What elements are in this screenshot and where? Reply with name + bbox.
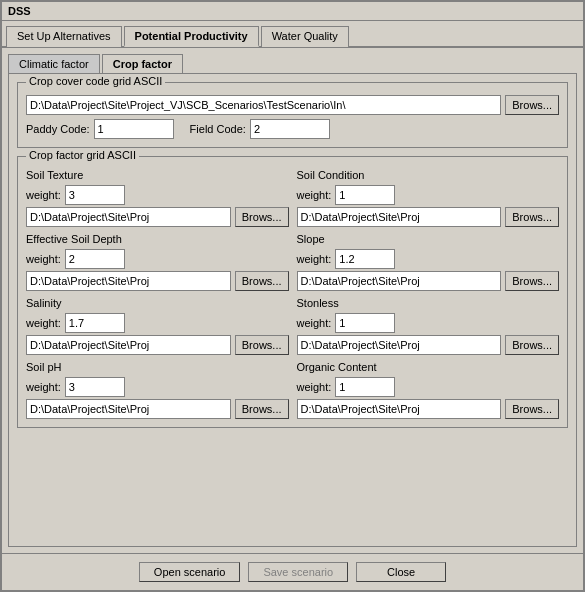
factor-soil-condition: Soil Condition weight: Brows... bbox=[297, 169, 560, 227]
crop-cover-group: Crop cover code grid ASCII Brows... Padd… bbox=[17, 82, 568, 148]
tab-set-up-alternatives[interactable]: Set Up Alternatives bbox=[6, 26, 122, 47]
window-title: DSS bbox=[8, 5, 31, 17]
tab-crop-factor[interactable]: Crop factor bbox=[102, 54, 183, 73]
open-scenario-button[interactable]: Open scenario bbox=[139, 562, 241, 582]
soil-texture-title: Soil Texture bbox=[26, 169, 289, 181]
crop-cover-path-input[interactable] bbox=[26, 95, 501, 115]
factor-stonless: Stonless weight: Brows... bbox=[297, 297, 560, 355]
soil-texture-path-input[interactable] bbox=[26, 207, 231, 227]
factor-effective-soil-depth: Effective Soil Depth weight: Brows... bbox=[26, 233, 289, 291]
paddy-code-input[interactable] bbox=[94, 119, 174, 139]
main-window: DSS Set Up Alternatives Potential Produc… bbox=[0, 0, 585, 592]
soil-texture-browse-button[interactable]: Brows... bbox=[235, 207, 289, 227]
salinity-path-input[interactable] bbox=[26, 335, 231, 355]
soil-condition-weight-input[interactable] bbox=[335, 185, 395, 205]
slope-browse-button[interactable]: Brows... bbox=[505, 271, 559, 291]
factor-soil-texture: Soil Texture weight: Brows... bbox=[26, 169, 289, 227]
tab-water-quality[interactable]: Water Quality bbox=[261, 26, 349, 47]
content-area: Crop cover code grid ASCII Brows... Padd… bbox=[8, 73, 577, 547]
footer: Open scenario Save scenario Close bbox=[2, 553, 583, 590]
factor-organic-content: Organic Content weight: Brows... bbox=[297, 361, 560, 419]
effective-soil-depth-title: Effective Soil Depth bbox=[26, 233, 289, 245]
salinity-browse-button[interactable]: Brows... bbox=[235, 335, 289, 355]
slope-title: Slope bbox=[297, 233, 560, 245]
soil-condition-title: Soil Condition bbox=[297, 169, 560, 181]
organic-content-weight-input[interactable] bbox=[335, 377, 395, 397]
factor-salinity: Salinity weight: Brows... bbox=[26, 297, 289, 355]
stonless-title: Stonless bbox=[297, 297, 560, 309]
field-code-label: Field Code: bbox=[190, 123, 246, 135]
stonless-path-input[interactable] bbox=[297, 335, 502, 355]
soil-ph-weight-input[interactable] bbox=[65, 377, 125, 397]
factor-slope: Slope weight: Brows... bbox=[297, 233, 560, 291]
field-code-input[interactable] bbox=[250, 119, 330, 139]
soil-condition-browse-button[interactable]: Brows... bbox=[505, 207, 559, 227]
soil-ph-title: Soil pH bbox=[26, 361, 289, 373]
soil-texture-weight-input[interactable] bbox=[65, 185, 125, 205]
paddy-code-label: Paddy Code: bbox=[26, 123, 90, 135]
factor-soil-ph: Soil pH weight: Brows... bbox=[26, 361, 289, 419]
crop-factor-group: Crop factor grid ASCII Soil Texture weig… bbox=[17, 156, 568, 428]
title-bar: DSS bbox=[2, 2, 583, 21]
salinity-weight-input[interactable] bbox=[65, 313, 125, 333]
close-button[interactable]: Close bbox=[356, 562, 446, 582]
outer-tab-bar: Set Up Alternatives Potential Productivi… bbox=[2, 21, 583, 48]
save-scenario-button[interactable]: Save scenario bbox=[248, 562, 348, 582]
effective-soil-depth-browse-button[interactable]: Brows... bbox=[235, 271, 289, 291]
salinity-title: Salinity bbox=[26, 297, 289, 309]
soil-ph-path-input[interactable] bbox=[26, 399, 231, 419]
tab-climatic-factor[interactable]: Climatic factor bbox=[8, 54, 100, 73]
slope-weight-input[interactable] bbox=[335, 249, 395, 269]
stonless-weight-input[interactable] bbox=[335, 313, 395, 333]
tab-potential-productivity[interactable]: Potential Productivity bbox=[124, 26, 259, 47]
organic-content-browse-button[interactable]: Brows... bbox=[505, 399, 559, 419]
slope-path-input[interactable] bbox=[297, 271, 502, 291]
organic-content-title: Organic Content bbox=[297, 361, 560, 373]
crop-factor-group-label: Crop factor grid ASCII bbox=[26, 149, 139, 161]
crop-cover-group-label: Crop cover code grid ASCII bbox=[26, 75, 165, 87]
soil-condition-path-input[interactable] bbox=[297, 207, 502, 227]
stonless-browse-button[interactable]: Brows... bbox=[505, 335, 559, 355]
main-content: Climatic factor Crop factor Crop cover c… bbox=[2, 48, 583, 553]
inner-tab-bar: Climatic factor Crop factor bbox=[8, 54, 577, 73]
effective-soil-depth-path-input[interactable] bbox=[26, 271, 231, 291]
organic-content-path-input[interactable] bbox=[297, 399, 502, 419]
effective-soil-depth-weight-input[interactable] bbox=[65, 249, 125, 269]
crop-cover-browse-button[interactable]: Brows... bbox=[505, 95, 559, 115]
soil-ph-browse-button[interactable]: Brows... bbox=[235, 399, 289, 419]
